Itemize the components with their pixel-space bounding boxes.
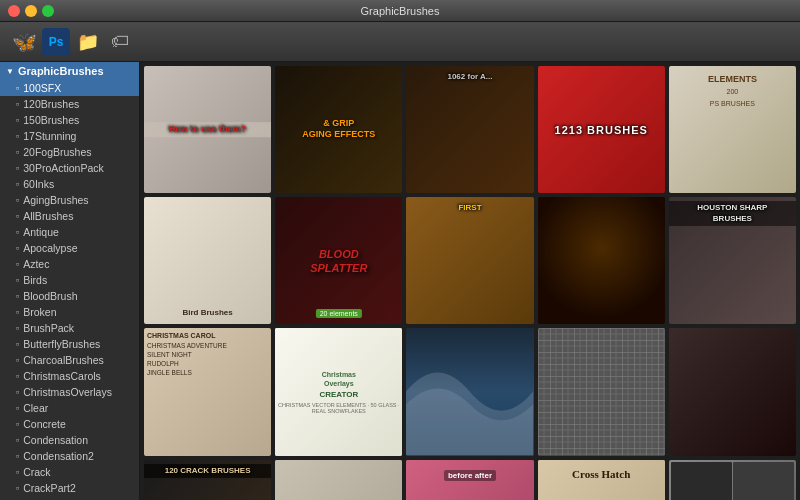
sidebar-item-antique[interactable]: Antique [0, 224, 139, 240]
window-controls[interactable] [8, 5, 54, 17]
sidebar-item-creatorbrushes[interactable]: CreatorBrushes [0, 496, 139, 500]
sidebar-item-condensation[interactable]: Condensation [0, 432, 139, 448]
grid-item-crack2[interactable]: crack II [275, 460, 402, 500]
cell-label: 1062 for A... [406, 70, 533, 84]
sidebar-item-bloodbrush[interactable]: BloodBrush [0, 288, 139, 304]
grid-item-crack-brushes[interactable]: 120 CRACK BRUSHES [144, 460, 271, 500]
grid-item-dark-corridor[interactable] [538, 197, 665, 324]
sidebar-item-concrete[interactable]: Concrete [0, 416, 139, 432]
sidebar-item-crack[interactable]: Crack [0, 464, 139, 480]
sidebar-item-christmascarols[interactable]: ChristmasCarols [0, 368, 139, 384]
grid-item-portrait-right[interactable] [669, 328, 796, 455]
grid-item-crosshatch-squares[interactable] [538, 328, 665, 455]
grid-item-houston-sharp-brushes[interactable]: HOUSTON SHARPBRUSHES [669, 197, 796, 324]
grid-item-first[interactable]: FIRST [406, 197, 533, 324]
toolbar: 🦋 Ps 📁 🏷 [0, 22, 800, 62]
grid-item-1062[interactable]: 1062 for A... [406, 66, 533, 193]
minimize-button[interactable] [25, 5, 37, 17]
grid-item-blood-splatter[interactable]: BLOODSPLATTER 20 elements [275, 197, 402, 324]
grid-item-aging-effects[interactable]: & GRIPAGING EFFECTS [275, 66, 402, 193]
sidebar-item-60inks[interactable]: 60Inks [0, 176, 139, 192]
sidebar-item-agingbrushes[interactable]: AgingBrushes [0, 192, 139, 208]
grid-item-how-to-use[interactable]: How to use them? [144, 66, 271, 193]
svg-rect-5 [538, 328, 665, 455]
grid-item-christmas-adventure[interactable]: CHRISTMAS CAROL CHRISTMAS ADVENTURE SILE… [144, 328, 271, 455]
title-bar: GraphicBrushes [0, 0, 800, 22]
thumbnail-grid: How to use them? & GRIPAGING EFFECTS 106… [144, 66, 796, 500]
cell-label: How to use them? [144, 122, 271, 138]
badge-20-elements: 20 elements [316, 309, 362, 318]
cell-label: FIRST [406, 201, 533, 215]
sidebar-item-20fogbrushes[interactable]: 20FogBrushes [0, 144, 139, 160]
grid-item-misc-right[interactable] [669, 460, 796, 500]
cell-label: HOUSTON SHARPBRUSHES [669, 201, 796, 226]
sidebar-item-butterflybrushes[interactable]: ButterflyBrushes [0, 336, 139, 352]
photoshop-icon[interactable]: Ps [42, 28, 70, 56]
window-title: GraphicBrushes [361, 5, 440, 17]
grid-item-cross-hatch[interactable]: Cross Hatch givea realistic VintagePenci… [538, 460, 665, 500]
sidebar-item-aztec[interactable]: Aztec [0, 256, 139, 272]
sidebar-item-broken[interactable]: Broken [0, 304, 139, 320]
sidebar-item-brushpack[interactable]: BrushPack [0, 320, 139, 336]
cell-label: 120 CRACK BRUSHES [144, 464, 271, 478]
grid-area: How to use them? & GRIPAGING EFFECTS 106… [140, 62, 800, 500]
grid-item-1213-brushes[interactable]: 1213 BRUSHES [538, 66, 665, 193]
cell-label: 1213 BRUSHES [538, 120, 665, 138]
sidebar-item-allbrushes[interactable]: AllBrushes [0, 208, 139, 224]
sidebar-root[interactable]: GraphicBrushes [0, 62, 139, 80]
sidebar-item-clear[interactable]: Clear [0, 400, 139, 416]
tag-icon[interactable]: 🏷 [106, 28, 134, 56]
close-button[interactable] [8, 5, 20, 17]
grid-item-christmas-overlays[interactable]: ChristmasOverlaysCREATOR CHRISTMAS VECTO… [275, 328, 402, 455]
grid-item-bird-brushes[interactable]: Bird Brushes [144, 197, 271, 324]
maximize-button[interactable] [42, 5, 54, 17]
sidebar-item-120brushes[interactable]: 120Brushes [0, 96, 139, 112]
sidebar-item-birds[interactable]: Birds [0, 272, 139, 288]
sidebar-item-crackpart2[interactable]: CrackPart2 [0, 480, 139, 496]
sidebar-item-17stunning[interactable]: 17Stunning [0, 128, 139, 144]
cell-label: & GRIPAGING EFFECTS [275, 116, 402, 143]
cell-label: BLOODSPLATTER [275, 245, 402, 278]
folder-icon[interactable]: 📁 [74, 28, 102, 56]
sidebar: GraphicBrushes 100SFX 120Brushes 150Brus… [0, 62, 140, 500]
sidebar-item-150brushes[interactable]: 150Brushes [0, 112, 139, 128]
sidebar-item-100sfx[interactable]: 100SFX [0, 80, 139, 96]
grid-item-brush-pink[interactable]: before after Brush [406, 460, 533, 500]
grid-item-elements-ps-brushes[interactable]: ELEMENTS 200 PS BRUSHES [669, 66, 796, 193]
butterfly-icon[interactable]: 🦋 [10, 28, 38, 56]
sidebar-item-condensation2[interactable]: Condensation2 [0, 448, 139, 464]
grid-item-wave[interactable] [406, 328, 533, 455]
cell-label: Bird Brushes [144, 306, 271, 320]
main-layout: GraphicBrushes 100SFX 120Brushes 150Brus… [0, 62, 800, 500]
sidebar-item-30proactionpack[interactable]: 30ProActionPack [0, 160, 139, 176]
sidebar-item-christmasoverlays[interactable]: ChristmasOverlays [0, 384, 139, 400]
sidebar-item-apocalypse[interactable]: Apocalypse [0, 240, 139, 256]
sidebar-item-charcoalbrushes[interactable]: CharcoalBrushes [0, 352, 139, 368]
